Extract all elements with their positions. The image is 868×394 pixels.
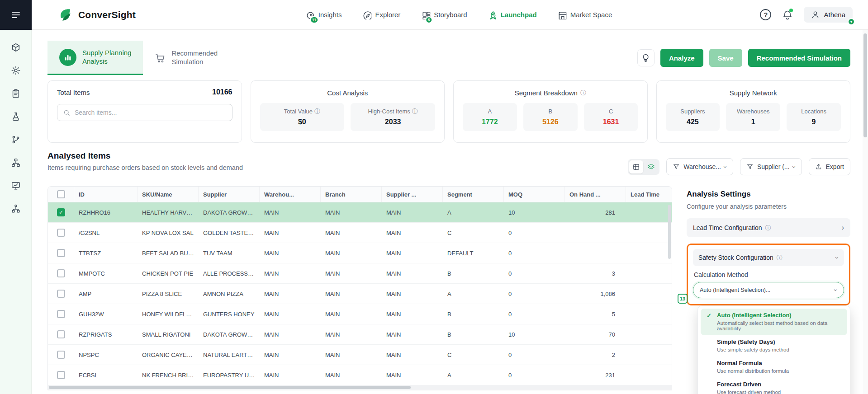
lead-time-configuration[interactable]: Lead Time Configuration ⓘ ›	[687, 218, 850, 237]
layers-view-button[interactable]	[644, 160, 658, 174]
window-scrollbar-thumb[interactable]	[863, 33, 867, 137]
table-row[interactable]: TTBTSZBEET SALAD BULKTUV TAAMMAINMAINMAI…	[48, 243, 672, 263]
user-chevron-badge: ▾	[848, 18, 855, 25]
warehouse-filter[interactable]: Warehouse... ›	[666, 158, 733, 175]
git-branch-icon[interactable]	[11, 135, 21, 145]
row-checkbox[interactable]	[57, 229, 65, 237]
cell-supplier2: MAIN	[382, 291, 443, 297]
column-header[interactable]: Segment	[443, 187, 504, 202]
column-header[interactable]: Branch	[321, 187, 382, 202]
monitor-chart-icon[interactable]	[11, 181, 21, 191]
info-icon[interactable]: ⓘ	[765, 225, 771, 231]
window-scrollbar-track	[863, 30, 868, 394]
table-row[interactable]: AMPPIZZA 8 SLICEAMNON PIZZAMAINMAINMAINA…	[48, 284, 672, 304]
row-checkbox[interactable]	[57, 371, 65, 379]
row-checkbox[interactable]	[57, 310, 65, 318]
column-header[interactable]: Warehou...	[260, 187, 321, 202]
tabs-row: Supply PlanningAnalysis RecommendedSimul…	[47, 41, 850, 75]
safety-stock-configuration[interactable]: Safety Stock Configuration ⓘ ›	[693, 249, 844, 266]
help-icon[interactable]: ?	[760, 9, 771, 20]
cell-sku: HONEY WILDFLOW	[138, 311, 199, 318]
search-input[interactable]	[75, 109, 227, 116]
cost-analysis-title: Cost Analysis	[327, 89, 368, 97]
supply-network-title: Supply Network	[730, 89, 777, 97]
calculation-method-select[interactable]: Auto (Intelligent Selection)... ›	[693, 282, 844, 298]
info-icon[interactable]: ⓘ	[412, 108, 418, 114]
table-row[interactable]: ✓RZHHRO16HEALTHY HARVESTDAKOTA GROWERMAI…	[48, 202, 672, 223]
table-row[interactable]: MMPOTCCHICKEN POT PIEALLE PROCESSINGMAIN…	[48, 263, 672, 284]
chevron-down-icon: ›	[833, 289, 840, 291]
column-header[interactable]: Supplier ...	[382, 187, 443, 202]
cell-on_hand: 2	[565, 352, 626, 358]
table-view-button[interactable]	[629, 160, 643, 174]
row-checkbox[interactable]	[57, 330, 65, 338]
nav-item-launchpad[interactable]: Launchpad	[488, 10, 537, 19]
conversight-logo: ConverSight	[57, 7, 136, 23]
table-row[interactable]: RZPRIGATSSMALL RIGATONIDAKOTA GROWERMAIN…	[48, 324, 672, 345]
nav-item-storyboard[interactable]: Storyboard 5	[421, 10, 467, 19]
info-icon[interactable]: ⓘ	[777, 255, 783, 261]
cell-branch: MAIN	[321, 331, 382, 338]
column-header[interactable]: Supplier	[199, 187, 260, 202]
top-nav: ConverSight Insights 11 Explorer Storybo…	[32, 0, 868, 30]
option-auto-intelligent-selection[interactable]: ✓ Auto (Intelligent Selection) Automatic…	[701, 309, 847, 335]
save-button[interactable]: Save	[709, 49, 742, 67]
row-checkbox[interactable]	[57, 269, 65, 277]
cell-supplier: EUROPASTRY USA	[199, 372, 260, 379]
cell-supplier2: MAIN	[382, 230, 443, 236]
table-horizontal-scrollbar[interactable]	[48, 385, 672, 390]
cell-segment: C	[443, 352, 504, 358]
nav-item-insights[interactable]: Insights 11	[306, 10, 342, 19]
notification-bell-icon[interactable]	[782, 9, 793, 20]
cell-segment: B	[443, 270, 504, 277]
column-header[interactable]: MOQ	[504, 187, 565, 202]
supply-network-card: Supply Network Suppliers 425 Warehouses …	[656, 80, 851, 143]
idea-lightbulb-button[interactable]	[637, 49, 655, 66]
supplier-filter[interactable]: Supplier (... ›	[740, 158, 802, 175]
panel-title: Analysis Settings	[687, 190, 850, 199]
table-row[interactable]: GUH32WHONEY WILDFLOWGUNTERS HONEYMAINMAI…	[48, 304, 672, 324]
info-icon[interactable]: ⓘ	[314, 108, 320, 114]
cell-warehouse: MAIN	[260, 230, 321, 236]
high-cost-items-stat: High-Cost Itemsⓘ 2033	[351, 103, 435, 131]
locations-stat: Locations 9	[787, 103, 841, 131]
cell-sku: HEALTHY HARVEST	[138, 209, 199, 216]
user-menu[interactable]: Athena ▾	[804, 7, 853, 23]
nav-item-explorer[interactable]: Explorer	[362, 10, 400, 19]
analysis-settings-panel: Analysis Settings Configure your analysi…	[687, 190, 850, 305]
nav-item-market-space[interactable]: Market Space	[558, 10, 612, 19]
tab-recommended-simulation[interactable]: RecommendedSimulation	[143, 41, 229, 75]
table-row[interactable]: ECBSLNK FRENCH BRIOCEUROPASTRY USAMAINMA…	[48, 365, 672, 385]
row-checkbox[interactable]: ✓	[57, 208, 65, 216]
tab-supply-planning-analysis[interactable]: Supply PlanningAnalysis	[47, 41, 143, 75]
option-forecast-driven[interactable]: ✓ Forecast Driven Use forecast-driven me…	[701, 378, 847, 394]
hierarchy-icon[interactable]	[11, 204, 21, 214]
option-simple-safety-days[interactable]: ✓ Simple (Safety Days) Use simple safety…	[701, 335, 847, 356]
row-checkbox[interactable]	[57, 351, 65, 359]
option-normal-formula[interactable]: ✓ Normal Formula Use normal distribution…	[701, 356, 847, 378]
flask-icon[interactable]	[11, 112, 21, 122]
column-header[interactable]: SKU/Name	[138, 187, 199, 202]
row-checkbox[interactable]	[57, 290, 65, 298]
info-icon[interactable]: ⓘ	[580, 90, 586, 96]
settings-gear-icon[interactable]	[11, 66, 21, 75]
column-header[interactable]: Lead Time	[626, 187, 671, 202]
table-row[interactable]: /G2SNLKP NOVA LOX SALGOLDEN TASTE INMAIN…	[48, 223, 672, 243]
insights-badge: 11	[310, 16, 319, 23]
sitemap-icon[interactable]	[11, 158, 21, 168]
cell-warehouse: MAIN	[260, 352, 321, 358]
form-clipboard-icon[interactable]	[11, 89, 21, 98]
table-row[interactable]: NPSPCORGANIC CAYENNNATURAL EARTH FMAINMA…	[48, 345, 672, 365]
table-vertical-scrollbar[interactable]	[668, 205, 671, 259]
hamburger-menu-icon[interactable]	[0, 0, 32, 30]
funnel-icon	[673, 163, 680, 170]
row-checkbox[interactable]	[57, 249, 65, 257]
analyze-button[interactable]: Analyze	[660, 49, 703, 67]
cell-warehouse: MAIN	[260, 270, 321, 277]
select-all-checkbox[interactable]	[57, 190, 65, 198]
column-header[interactable]: ID	[74, 187, 138, 202]
inventory-box-icon[interactable]	[11, 42, 21, 52]
column-header[interactable]: On Hand ...	[565, 187, 626, 202]
export-button[interactable]: Export	[809, 158, 850, 175]
recommended-simulation-button[interactable]: Recommended Simulation	[748, 49, 850, 67]
